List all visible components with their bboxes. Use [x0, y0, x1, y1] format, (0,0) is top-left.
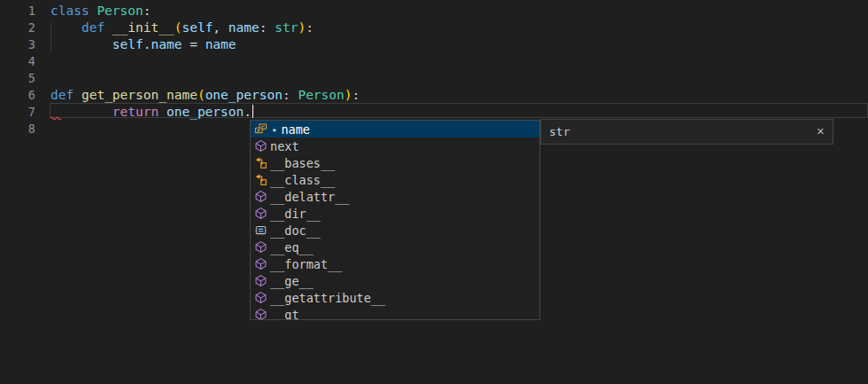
code-line-2: def __init__(self, name: str): [50, 20, 360, 36]
token: one_person [167, 105, 244, 119]
line-number-8: 8 [0, 121, 35, 137]
token: name [151, 37, 182, 51]
suggestion-item-format[interactable]: __format__ [251, 255, 539, 272]
suggestion-label: name [281, 122, 310, 137]
suggestion-item-getattribute[interactable]: __getattribute__ [251, 289, 539, 306]
token: ) [298, 20, 306, 35]
symbol-class-icon [253, 173, 267, 187]
token: Person [97, 4, 143, 18]
code-line-3: self.name = name [50, 36, 360, 53]
autocomplete-dropdown[interactable]: ★namenext__bases____class____delattr____… [250, 120, 540, 320]
suggestion-item-dir[interactable]: __dir__ [251, 205, 539, 222]
suggestion-label: __ge__ [270, 274, 314, 288]
token [105, 20, 112, 35]
code-line-6: def get_person_name(one_person: Person): [50, 87, 360, 104]
token [182, 37, 190, 51]
token [198, 37, 205, 51]
symbol-method-icon [253, 190, 267, 204]
token: : [283, 88, 291, 102]
suggestion-label: __dir__ [270, 207, 321, 221]
suggest-docs-panel: str ✕ [540, 119, 833, 145]
token: class [50, 4, 89, 18]
suggestion-label: __delattr__ [270, 190, 349, 204]
token: = [190, 37, 198, 51]
token [221, 20, 229, 35]
line-number-1: 1 [0, 3, 35, 20]
symbol-class-icon [253, 156, 267, 170]
token: def [50, 88, 74, 102]
token: . [143, 37, 151, 51]
symbol-method-icon [253, 139, 267, 153]
close-icon[interactable]: ✕ [817, 126, 825, 137]
error-squiggle [50, 115, 61, 120]
code-editor[interactable]: 12345678 class Person: def __init__(self… [0, 0, 868, 384]
token [50, 37, 112, 51]
token: : [353, 88, 360, 102]
token: get_person_name [81, 88, 198, 102]
token: : [306, 20, 314, 35]
token: name [229, 20, 260, 35]
line-number-3: 3 [0, 36, 35, 53]
suggestion-label: next [270, 139, 299, 153]
line-number-gutter: 12345678 [0, 3, 35, 137]
token: str [275, 20, 298, 35]
symbol-method-icon [253, 240, 267, 255]
suggestion-label: __format__ [270, 257, 342, 271]
suggestion-item-doc[interactable]: __doc__ [251, 222, 539, 239]
symbol-field-icon [253, 122, 267, 137]
token [74, 88, 81, 102]
token: Person [298, 88, 344, 102]
token: name [205, 37, 236, 51]
suggestion-label: __getattribute__ [270, 291, 385, 305]
suggestion-item-bases[interactable]: __bases__ [251, 154, 539, 171]
token: ( [198, 88, 205, 102]
token: self [182, 20, 213, 35]
token [50, 20, 81, 35]
token: : [143, 4, 151, 18]
symbol-method-icon [253, 308, 267, 321]
suggestion-label: __bases__ [270, 156, 335, 170]
line-number-4: 4 [0, 53, 35, 70]
suggestion-item-next[interactable]: next [251, 137, 539, 154]
suggestion-item-name[interactable]: ★name [251, 121, 539, 137]
symbol-variable-icon [253, 223, 267, 238]
token: return [112, 105, 159, 119]
suggestion-label: __gt__ [270, 308, 314, 321]
suggestion-item-eq[interactable]: __eq__ [251, 239, 539, 255]
code-line-4 [50, 53, 360, 70]
token: one_person [205, 88, 283, 102]
token: ) [345, 88, 353, 102]
line-number-6: 6 [0, 87, 35, 104]
code-line-5 [50, 70, 360, 87]
docs-type-text: str [549, 125, 817, 138]
suggestion-item-ge[interactable]: __ge__ [251, 272, 539, 289]
symbol-method-icon [253, 257, 267, 271]
token [159, 105, 167, 119]
code-lines: class Person: def __init__(self, name: s… [50, 3, 360, 137]
intellicode-star-icon: ★ [272, 125, 276, 134]
token: self [112, 37, 143, 51]
symbol-method-icon [253, 291, 267, 305]
code-line-1: class Person: [50, 3, 360, 20]
suggestion-label: __class__ [270, 173, 335, 187]
code-line-7: return one_person. [50, 104, 360, 121]
symbol-method-icon [253, 274, 267, 288]
token: __init__ [112, 20, 174, 35]
text-cursor [252, 105, 254, 118]
suggestion-item-delattr[interactable]: __delattr__ [251, 188, 539, 205]
line-number-5: 5 [0, 70, 35, 87]
line-number-2: 2 [0, 20, 35, 36]
suggestion-item-gt[interactable]: __gt__ [251, 306, 539, 320]
token [267, 20, 275, 35]
line-number-7: 7 [0, 104, 35, 121]
token: , [213, 20, 221, 35]
suggestion-label: __eq__ [270, 240, 314, 255]
symbol-method-icon [253, 207, 267, 221]
suggestion-label: __doc__ [270, 223, 321, 238]
token: def [81, 20, 105, 35]
token: . [244, 105, 252, 119]
suggestion-item-class[interactable]: __class__ [251, 171, 539, 188]
